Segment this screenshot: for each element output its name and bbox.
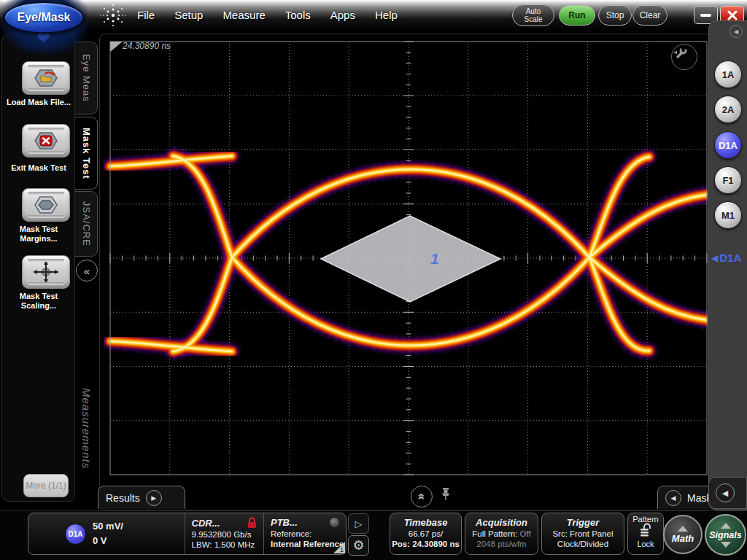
trigger-panel[interactable]: Trigger Src: Front Panel Clock/Divided xyxy=(541,513,624,555)
channel-1a-button[interactable]: 1A xyxy=(714,61,742,88)
channel-offset-value: 0 V xyxy=(93,535,107,546)
stop-button[interactable]: Stop xyxy=(598,5,632,26)
channel-select-panel: ◀ 1A 2A D1A F1 M1 ◀ D1A xyxy=(708,20,747,510)
play-button[interactable]: ▷ xyxy=(348,513,369,534)
wrench-icon xyxy=(672,44,688,61)
mask-test-margins-button[interactable] xyxy=(22,188,70,222)
cdr-lock-icon xyxy=(247,517,258,529)
full-pattern-label: Full Pattern: xyxy=(472,529,517,538)
signals-label: Signals xyxy=(709,530,741,540)
settings-gear-button[interactable]: ⚙ xyxy=(348,535,369,556)
timebase-title: Timebase xyxy=(390,517,461,528)
menu-tools[interactable]: Tools xyxy=(285,9,311,21)
results-tab-label: Results xyxy=(106,492,140,504)
run-button[interactable]: Run xyxy=(559,5,595,26)
ptb-section[interactable]: PTB... Reference: Internal Reference 1 xyxy=(263,513,346,554)
expand-panel-button[interactable]: « xyxy=(411,486,433,508)
trigger-title: Trigger xyxy=(542,517,624,528)
tab-jsa-cre[interactable]: JSA/CRE xyxy=(75,191,98,257)
clear-button[interactable]: Clear xyxy=(632,5,667,26)
cdr-section[interactable]: CDR... 9.9532800 Gb/s LBW: 1.500 MHz xyxy=(185,513,263,554)
cdr-title: CDR... xyxy=(192,518,220,529)
cdr-lbw-value: LBW: 1.500 MHz xyxy=(192,540,258,549)
tab-jsa-cre-label: JSA/CRE xyxy=(81,201,92,246)
auto-scale-label-1: Auto xyxy=(526,7,541,15)
full-pattern-value: Off xyxy=(520,529,531,538)
acquisition-panel[interactable]: Acquisition Full Pattern: Off 2048 pts/w… xyxy=(465,513,538,555)
auto-scale-label-2: Scale xyxy=(524,15,542,23)
math-label: Math xyxy=(672,533,694,544)
pattern-lock-panel[interactable]: Pattern Lock xyxy=(627,513,664,555)
load-mask-file-button[interactable] xyxy=(22,61,70,95)
expand-results-icon[interactable]: ▶ xyxy=(146,490,162,506)
timebase-panel[interactable]: Timebase 66.67 ps/ Pos: 24.30890 ns xyxy=(390,513,462,555)
slide-left-icon[interactable]: ◀ xyxy=(716,483,735,502)
top-menu-bar: File Setup Measure Tools Apps Help Auto … xyxy=(0,0,747,31)
marker-label: D1A xyxy=(719,252,741,264)
menu-apps[interactable]: Apps xyxy=(330,9,355,21)
mask-test-margins-label: Mask Test Margins... xyxy=(3,225,74,244)
eye-mask-mode-badge[interactable]: Eye/Mask xyxy=(4,1,84,34)
tab-mask-test-label: Mask Test xyxy=(81,128,92,179)
right-panel-footer: ◀ xyxy=(708,477,747,509)
channel-scale-value: 50 mV/ xyxy=(93,521,123,532)
panel-collapse-icon[interactable]: ◀ xyxy=(729,25,743,38)
mask-test-scaling-icon xyxy=(33,260,59,284)
acquisition-title: Acquisition xyxy=(465,517,538,528)
load-mask-file-label: Load Mask File... xyxy=(3,98,74,107)
main-menu: File Setup Measure Tools Apps Help xyxy=(137,0,398,29)
menu-help[interactable]: Help xyxy=(375,9,398,21)
minimize-icon xyxy=(700,14,711,17)
signals-down-arrow-icon xyxy=(721,542,731,548)
tab-mask-test[interactable]: Mask Test xyxy=(75,117,98,190)
mask-test-margins-icon xyxy=(34,194,58,216)
app-logo: Eye/Mask xyxy=(1,0,88,54)
channel-f1-button[interactable]: F1 xyxy=(714,166,742,194)
signals-up-arrow-icon xyxy=(721,523,731,529)
cdr-rate-value: 9.9532800 Gb/s xyxy=(192,530,258,539)
marker-arrow-icon: ◀ xyxy=(711,253,718,263)
signals-button[interactable]: Signals xyxy=(705,514,746,556)
points-per-wfm-value: 2048 pts/wfm xyxy=(465,540,538,548)
ptb-title: PTB... xyxy=(271,517,298,528)
exit-mask-test-button[interactable] xyxy=(22,124,70,158)
pattern-unlock-icon xyxy=(638,523,654,537)
trigger-source-value: Src: Front Panel xyxy=(542,529,624,538)
channel-2a-button[interactable]: 2A xyxy=(714,96,742,123)
collapse-sidebar-button[interactable]: « xyxy=(76,260,98,281)
page-number: 1 xyxy=(340,546,344,553)
exit-mask-test-label: Exit Mask Test xyxy=(3,163,74,173)
channel-m1-button[interactable]: M1 xyxy=(714,201,742,229)
ptb-status-led xyxy=(329,517,340,528)
close-icon xyxy=(727,10,738,20)
display-setup-button[interactable] xyxy=(671,44,697,70)
more-button[interactable]: More (1/1) xyxy=(23,474,69,497)
timebase-scale-value: 66.67 ps/ xyxy=(390,529,461,538)
timebase-reference-label: 24.30890 ns xyxy=(123,41,171,51)
status-bar: D1A 50 mV/ 0 V CDR... 9.9532800 Gb/s LBW… xyxy=(0,510,747,560)
channel-scale-section[interactable]: D1A 50 mV/ 0 V xyxy=(28,513,185,554)
exit-mask-test-icon xyxy=(34,130,58,152)
channel-d1a-button[interactable]: D1A xyxy=(714,131,742,159)
math-up-arrow-icon xyxy=(678,526,688,532)
pin-icon[interactable] xyxy=(440,488,452,501)
eye-diagram-display[interactable]: 1 24.30890 ns xyxy=(104,36,708,481)
trigger-mode-value: Clock/Divided xyxy=(542,540,624,548)
menu-file[interactable]: File xyxy=(137,9,155,21)
ptb-reference-label: Reference: xyxy=(271,529,340,538)
math-button[interactable]: Math xyxy=(663,515,703,554)
menu-setup[interactable]: Setup xyxy=(174,9,203,21)
tab-eye-meas-label: Eye Meas xyxy=(81,54,92,102)
ptb-reference-value: Internal Reference xyxy=(271,540,340,548)
channel-info-panel[interactable]: D1A 50 mV/ 0 V CDR... 9.9532800 Gb/s LBW… xyxy=(28,513,347,555)
pattern-lock-bottom-label: Lock xyxy=(628,540,663,548)
menu-measure[interactable]: Measure xyxy=(222,9,265,21)
mask-test-scaling-button[interactable] xyxy=(22,255,70,289)
timebase-position-value: Pos: 24.30890 ns xyxy=(390,540,461,548)
mode-label: Eye/Mask xyxy=(18,11,71,24)
collapse-mask-test-icon[interactable]: ◀ xyxy=(665,490,681,506)
results-tab[interactable]: Results ▶ xyxy=(98,486,185,509)
d1a-channel-badge: D1A xyxy=(65,524,86,545)
svg-text:1: 1 xyxy=(430,250,439,267)
auto-scale-button[interactable]: Auto Scale xyxy=(512,4,554,26)
